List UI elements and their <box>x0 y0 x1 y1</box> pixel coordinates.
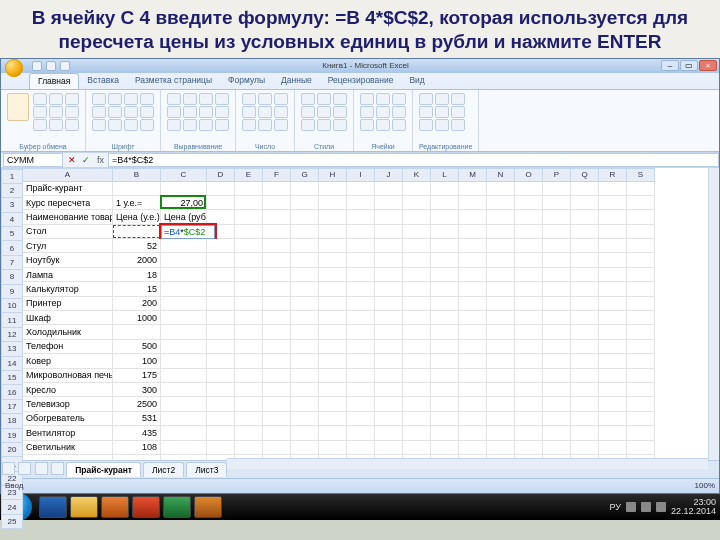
cell[interactable] <box>543 340 571 354</box>
sheet-last-icon[interactable] <box>51 462 64 475</box>
cell[interactable] <box>515 282 543 296</box>
cell[interactable] <box>235 182 263 196</box>
cell[interactable] <box>487 441 515 455</box>
cell[interactable] <box>431 340 459 354</box>
cell[interactable] <box>627 253 655 267</box>
ribbon-btn[interactable] <box>92 119 106 131</box>
cell[interactable] <box>375 311 403 325</box>
cell[interactable] <box>627 225 655 239</box>
cell[interactable] <box>459 210 487 224</box>
cell[interactable] <box>347 297 375 311</box>
ribbon-btn[interactable] <box>242 106 256 118</box>
cell[interactable] <box>487 196 515 210</box>
ribbon-btn[interactable] <box>333 93 347 105</box>
cell[interactable] <box>207 441 235 455</box>
ribbon-btn[interactable] <box>274 106 288 118</box>
cell[interactable] <box>347 182 375 196</box>
cell[interactable] <box>627 311 655 325</box>
cell[interactable] <box>571 297 599 311</box>
cell[interactable] <box>487 369 515 383</box>
cell[interactable]: 15 <box>113 282 161 296</box>
cell[interactable] <box>235 383 263 397</box>
ribbon-btn[interactable] <box>376 119 390 131</box>
cell[interactable] <box>403 426 431 440</box>
ribbon-btn[interactable] <box>435 119 449 131</box>
cell[interactable] <box>599 412 627 426</box>
cell[interactable] <box>319 182 347 196</box>
cell[interactable] <box>599 397 627 411</box>
cell[interactable] <box>263 210 291 224</box>
maximize-button[interactable]: ▭ <box>680 60 698 71</box>
col-header[interactable]: Q <box>571 168 599 182</box>
cell[interactable] <box>263 340 291 354</box>
cell[interactable] <box>487 383 515 397</box>
cell-editor[interactable]: =B4*$C$2 <box>161 225 215 239</box>
ribbon-btn[interactable] <box>451 93 465 105</box>
cell[interactable] <box>571 426 599 440</box>
ribbon-btn[interactable] <box>215 106 229 118</box>
qat-save-icon[interactable] <box>32 61 42 71</box>
ribbon-btn[interactable] <box>33 93 47 105</box>
ribbon-btn[interactable] <box>124 106 138 118</box>
cell[interactable] <box>161 325 207 339</box>
cell[interactable]: Прайс-курант <box>23 182 113 196</box>
cell[interactable] <box>347 340 375 354</box>
tray-volume-icon[interactable] <box>656 502 666 512</box>
row-header[interactable]: 3 <box>1 198 23 212</box>
sheet-tab[interactable]: Лист3 <box>186 462 227 477</box>
cell[interactable] <box>599 311 627 325</box>
cell[interactable] <box>599 210 627 224</box>
ribbon-btn[interactable] <box>65 119 79 131</box>
cell[interactable] <box>431 239 459 253</box>
cell[interactable]: Стул <box>23 239 113 253</box>
cell[interactable] <box>291 253 319 267</box>
cell[interactable] <box>347 397 375 411</box>
cell[interactable] <box>319 297 347 311</box>
cell[interactable] <box>207 383 235 397</box>
cell[interactable] <box>113 325 161 339</box>
cell[interactable] <box>403 282 431 296</box>
cell[interactable] <box>347 311 375 325</box>
sheet-first-icon[interactable] <box>2 462 15 475</box>
cell[interactable] <box>627 441 655 455</box>
cell[interactable] <box>375 253 403 267</box>
cell[interactable] <box>459 340 487 354</box>
cell[interactable] <box>431 383 459 397</box>
cell[interactable] <box>515 383 543 397</box>
ribbon-btn[interactable] <box>360 119 374 131</box>
cell[interactable]: 531 <box>113 412 161 426</box>
cell[interactable] <box>431 225 459 239</box>
cell[interactable] <box>347 196 375 210</box>
cell[interactable] <box>459 397 487 411</box>
cell[interactable]: Ковер <box>23 354 113 368</box>
row-header[interactable]: 11 <box>1 313 23 327</box>
cell[interactable] <box>319 225 347 239</box>
cell[interactable] <box>207 253 235 267</box>
ribbon-btn[interactable] <box>333 119 347 131</box>
cell[interactable] <box>431 369 459 383</box>
cell[interactable] <box>543 210 571 224</box>
cell[interactable] <box>291 210 319 224</box>
ribbon-btn[interactable] <box>242 93 256 105</box>
cell[interactable] <box>319 383 347 397</box>
cell[interactable]: Ноутбук <box>23 253 113 267</box>
cell[interactable] <box>599 325 627 339</box>
cell[interactable] <box>627 383 655 397</box>
cell[interactable] <box>403 253 431 267</box>
cell[interactable] <box>235 412 263 426</box>
ribbon-btn[interactable] <box>92 106 106 118</box>
ribbon-btn[interactable] <box>199 119 213 131</box>
paste-button[interactable] <box>7 93 29 121</box>
cell[interactable] <box>347 268 375 282</box>
cell[interactable] <box>319 268 347 282</box>
col-header[interactable]: I <box>347 168 375 182</box>
cell[interactable] <box>543 325 571 339</box>
cell[interactable] <box>207 239 235 253</box>
row-header[interactable]: 5 <box>1 227 23 241</box>
cell[interactable] <box>161 297 207 311</box>
cell[interactable] <box>319 412 347 426</box>
cell[interactable]: Лампа <box>23 268 113 282</box>
cell[interactable] <box>375 297 403 311</box>
ribbon-btn[interactable] <box>140 119 154 131</box>
col-header[interactable]: N <box>487 168 515 182</box>
